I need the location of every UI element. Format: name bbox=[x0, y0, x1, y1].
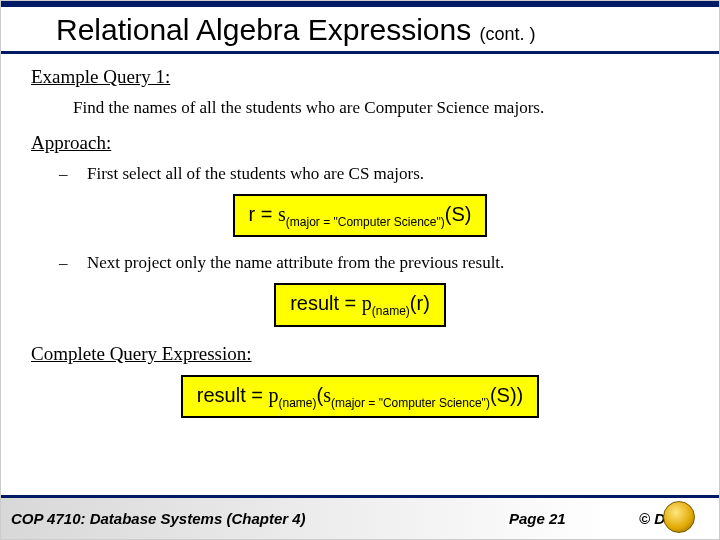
query-prompt: Find the names of all the students who a… bbox=[73, 98, 689, 118]
footer-course: COP 4710: Database Systems (Chapter 4) bbox=[11, 510, 509, 527]
formula-1-wrap: r = s(major = "Computer Science")(S) bbox=[31, 194, 689, 237]
slide-title-cont: (cont. ) bbox=[480, 24, 536, 44]
content-area: Example Query 1: Find the names of all t… bbox=[1, 54, 719, 418]
formula-2: result = p(name)(r) bbox=[274, 283, 446, 326]
pi-symbol: p bbox=[362, 292, 372, 314]
slide: Relational Algebra Expressions (cont. ) … bbox=[0, 0, 720, 540]
slide-title: Relational Algebra Expressions bbox=[56, 13, 480, 46]
step-1-text: First select all of the students who are… bbox=[87, 164, 689, 184]
complete-heading: Complete Query Expression: bbox=[31, 343, 689, 365]
sigma-symbol: s bbox=[323, 384, 331, 406]
f3-arg: (S)) bbox=[490, 384, 523, 406]
bullet-dash: – bbox=[59, 164, 87, 184]
approach-heading: Approach: bbox=[31, 132, 689, 154]
f2-arg: (r) bbox=[410, 292, 430, 314]
bullet-dash: – bbox=[59, 253, 87, 273]
footer: COP 4710: Database Systems (Chapter 4) P… bbox=[1, 495, 719, 539]
f3-lhs: result = bbox=[197, 384, 269, 406]
f1-lhs: r = bbox=[249, 203, 278, 225]
formula-2-wrap: result = p(name)(r) bbox=[31, 283, 689, 326]
f3-sub2: (major = "Computer Science") bbox=[331, 396, 490, 410]
step-2-text: Next project only the name attribute fro… bbox=[87, 253, 689, 273]
formula-3: result = p(name)(s(major = "Computer Sci… bbox=[181, 375, 539, 418]
sigma-symbol: s bbox=[278, 203, 286, 225]
title-area: Relational Algebra Expressions (cont. ) bbox=[1, 7, 719, 49]
f1-arg: (S) bbox=[445, 203, 472, 225]
f1-sub: (major = "Computer Science") bbox=[286, 215, 445, 229]
example-heading: Example Query 1: bbox=[31, 66, 689, 88]
footer-page: Page 21 bbox=[509, 510, 639, 527]
f2-lhs: result = bbox=[290, 292, 362, 314]
formula-1: r = s(major = "Computer Science")(S) bbox=[233, 194, 488, 237]
ucf-logo-icon bbox=[663, 501, 695, 533]
f2-sub: (name) bbox=[372, 304, 410, 318]
step-2: – Next project only the name attribute f… bbox=[59, 253, 689, 273]
f3-sub1: (name) bbox=[278, 396, 316, 410]
step-1: – First select all of the students who a… bbox=[59, 164, 689, 184]
pi-symbol: p bbox=[268, 384, 278, 406]
formula-3-wrap: result = p(name)(s(major = "Computer Sci… bbox=[31, 375, 689, 418]
